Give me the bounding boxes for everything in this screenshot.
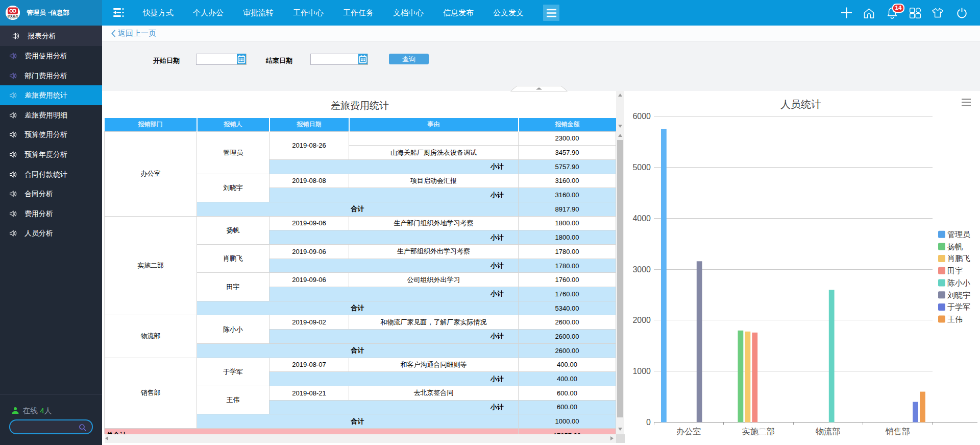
svg-text:0: 0: [646, 418, 651, 427]
svg-text:于学军: 于学军: [947, 302, 970, 311]
svg-text:6000: 6000: [632, 112, 651, 121]
svg-text:销售部: 销售部: [885, 427, 910, 436]
svg-text:1000: 1000: [632, 367, 651, 376]
svg-text:肖鹏飞: 肖鹏飞: [947, 254, 970, 263]
svg-text:扬帆: 扬帆: [947, 242, 963, 251]
svg-text:5000: 5000: [632, 163, 651, 172]
svg-text:实施二部: 实施二部: [742, 427, 775, 436]
svg-text:物流部: 物流部: [815, 427, 840, 436]
svg-text:3000: 3000: [632, 265, 651, 274]
svg-text:管理员: 管理员: [947, 230, 970, 239]
svg-text:人员统计: 人员统计: [780, 99, 821, 110]
svg-text:田宇: 田宇: [947, 266, 963, 275]
svg-text:2000: 2000: [632, 316, 651, 324]
svg-text:办公室: 办公室: [676, 427, 701, 436]
svg-text:SPORT: SPORT: [10, 18, 16, 20]
svg-text:刘晓宇: 刘晓宇: [947, 291, 970, 299]
svg-text:4000: 4000: [632, 214, 651, 223]
svg-text:王伟: 王伟: [947, 315, 963, 323]
svg-text:陈小小: 陈小小: [947, 278, 970, 287]
